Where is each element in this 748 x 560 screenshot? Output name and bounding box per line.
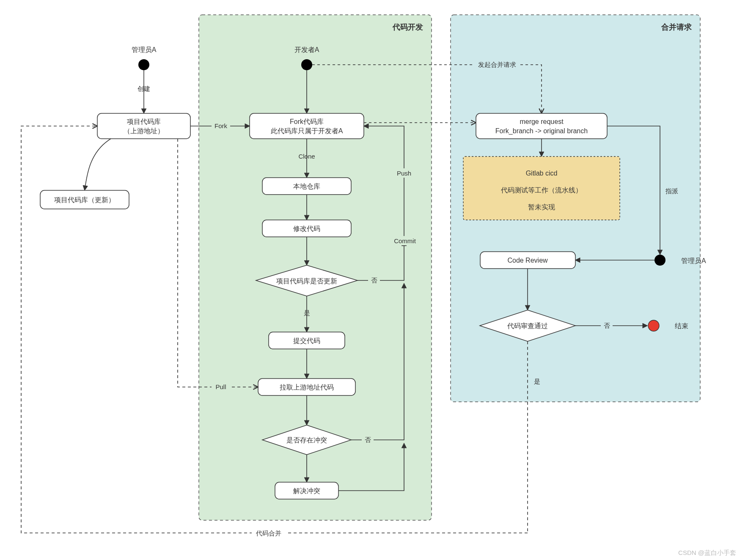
node-local-label: 本地仓库: [293, 183, 320, 190]
node-merge-request-l1: merge request: [520, 118, 564, 125]
node-pull-up-label: 拉取上游地址代码: [280, 384, 334, 391]
group-dev-title: 代码开发: [392, 23, 423, 31]
edge-assign-label: 指派: [665, 187, 678, 195]
edge-code-merge-label: 代码合并: [256, 530, 281, 537]
node-repo-changed-label: 项目代码库是否更新: [276, 277, 337, 285]
edge-changed-yes-label: 是: [304, 309, 310, 316]
node-modify-label: 修改代码: [293, 225, 320, 232]
edge-fork-label: Fork: [214, 122, 228, 129]
edge-merge-request-label: 发起合并请求: [478, 61, 516, 68]
node-review-pass-label: 代码审查通过: [507, 322, 548, 329]
edge-pull-label: Pull: [215, 383, 226, 390]
edge-conflict-no-label: 否: [365, 436, 371, 443]
node-cicd-l1: Gitlab cicd: [526, 170, 558, 177]
actor-admin-a: 管理员A: [132, 46, 157, 53]
edge-push-label: Push: [397, 170, 411, 177]
edge-repo-to-updated: [85, 139, 111, 190]
edge-review-no-label: 否: [604, 322, 610, 329]
actor-dev-a: 开发者A: [294, 46, 319, 53]
node-cicd-l3: 暂未实现: [528, 203, 555, 211]
flow-diagram: 代码开发 合并请求 管理员A 创建 项目代码库 （上游地址） 项目代码库（更新）…: [0, 0, 748, 560]
actor-admin-a2-label: 管理员A: [681, 257, 706, 264]
edge-create-label: 创建: [138, 85, 150, 92]
start-dev-a-icon: [301, 59, 312, 70]
watermark: CSDN @蓝白小手套: [678, 549, 736, 556]
node-resolve-label: 解决冲突: [293, 487, 320, 494]
node-repo: [97, 113, 190, 139]
edge-changed-no-label: 否: [371, 277, 377, 284]
node-repo-updated-label: 项目代码库（更新）: [54, 196, 115, 203]
node-merge-request-l2: Fork_branch -> original branch: [495, 127, 588, 135]
edge-review-yes-label: 是: [534, 378, 540, 385]
edge-commit-label: Commit: [394, 237, 416, 244]
node-repo-l2: （上游地址）: [124, 127, 164, 135]
node-code-review-label: Code Review: [507, 257, 548, 264]
node-merge-request: [476, 113, 607, 139]
node-cicd-l2: 代码测试等工作（流水线）: [500, 187, 582, 194]
node-repo-l1: 项目代码库: [127, 118, 161, 125]
node-fork-repo: [250, 113, 364, 139]
node-fork-repo-l2: 此代码库只属于开发者A: [271, 127, 343, 135]
node-conflict-label: 是否存在冲突: [286, 436, 327, 444]
group-merge-title: 合并请求: [661, 23, 692, 31]
actor-admin-a2-icon: [654, 255, 666, 266]
node-fork-repo-l1: Fork代码库: [290, 118, 324, 125]
end-label: 结束: [675, 322, 688, 329]
end-icon: [648, 320, 659, 331]
start-admin-a-icon: [138, 59, 149, 70]
node-commit-label: 提交代码: [293, 337, 320, 344]
edge-clone-label: Clone: [298, 153, 315, 160]
